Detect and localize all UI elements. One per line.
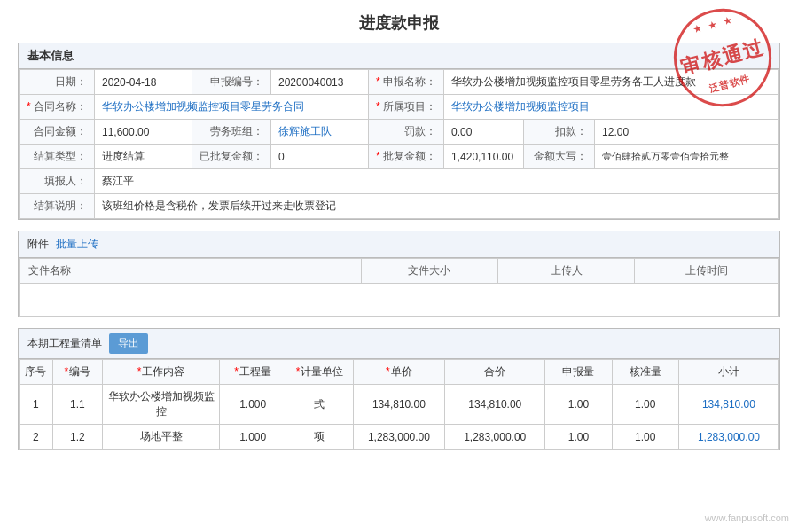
penalty-value: 0.00 bbox=[444, 120, 524, 145]
col-amount: *工程量 bbox=[219, 360, 286, 385]
cell-4: 式 bbox=[286, 385, 353, 425]
basic-info-table: 日期： 2020-04-18 申报编号： 20200040013 申报名称： 华… bbox=[19, 69, 779, 219]
table-row: 21.2场地平整1.000项1,283,000.001,283,000.001.… bbox=[20, 425, 779, 450]
cell-9: 1,283,000.00 bbox=[678, 425, 778, 450]
cell-6: 134,810.00 bbox=[445, 385, 545, 425]
cell-7: 1.00 bbox=[545, 385, 612, 425]
contract-label: 合同名称： bbox=[20, 95, 95, 120]
attach-header: 附件 批量上传 bbox=[19, 231, 779, 258]
attach-label: 附件 bbox=[27, 237, 49, 252]
batch-amount-value: 1,420,110.00 bbox=[444, 145, 524, 169]
engineering-table: 序号 *编号 *工作内容 *工程量 *计量单位 *单价 合价 申报量 核准量 小… bbox=[19, 359, 779, 450]
app-no-label: 申报编号： bbox=[192, 70, 271, 95]
table-row: 11.1华软办公楼增加视频监控1.000式134,810.00134,810.0… bbox=[20, 385, 779, 425]
table-row: 合同名称： 华软办公楼增加视频监控项目零星劳务合同 所属项目： 华软办公楼增加视… bbox=[20, 95, 779, 120]
col-uploader: 上传人 bbox=[497, 259, 634, 284]
table-row: 结算类型： 进度结算 已批复金额： 0 批复金额： 1,420,110.00 金… bbox=[20, 145, 779, 169]
stamp-circle: 审核通过 bbox=[663, 0, 783, 117]
cell-9: 134,810.00 bbox=[678, 385, 778, 425]
basic-info-section: 基本信息 日期： 2020-04-18 申报编号： 20200040013 申报… bbox=[18, 43, 780, 220]
col-approved: 核准量 bbox=[612, 360, 678, 385]
project-label: 所属项目： bbox=[369, 95, 444, 120]
attach-header-row: 文件名称 文件大小 上传人 上传时间 bbox=[20, 259, 779, 284]
table-row: 合同金额： 11,600.00 劳务班组： 徐辉施工队 罚款： 0.00 扣款：… bbox=[20, 120, 779, 145]
app-no-value: 20200040013 bbox=[271, 70, 369, 95]
approved-amount-label: 已批复金额： bbox=[192, 145, 271, 169]
eng-header: 本期工程量清单 导出 bbox=[19, 329, 779, 359]
cell-2: 华软办公楼增加视频监控 bbox=[103, 385, 220, 425]
cell-1: 1.2 bbox=[52, 425, 102, 450]
penalty-label: 罚款： bbox=[369, 120, 444, 145]
cell-3: 1.000 bbox=[219, 425, 286, 450]
filler-label: 填报人： bbox=[20, 169, 95, 194]
col-unit-price: *单价 bbox=[353, 360, 445, 385]
cell-0: 1 bbox=[20, 385, 53, 425]
attach-table: 文件名称 文件大小 上传人 上传时间 bbox=[19, 258, 779, 317]
remark-label: 结算说明： bbox=[20, 194, 95, 219]
watermark: www.fanpusoft.com bbox=[705, 512, 789, 523]
col-seq: 序号 bbox=[20, 360, 53, 385]
col-filename: 文件名称 bbox=[20, 259, 362, 284]
col-upload-time: 上传时间 bbox=[635, 259, 779, 284]
labor-group-link[interactable]: 徐辉施工队 bbox=[278, 125, 332, 137]
cell-3: 1.000 bbox=[219, 385, 286, 425]
date-label: 日期： bbox=[20, 70, 95, 95]
filler-value: 蔡江平 bbox=[95, 169, 779, 194]
cell-4: 项 bbox=[286, 425, 353, 450]
settle-type-label: 结算类型： bbox=[20, 145, 95, 169]
amount-cn-label: 金额大写： bbox=[524, 145, 595, 169]
labor-group-value: 徐辉施工队 bbox=[271, 120, 369, 145]
cell-5: 1,283,000.00 bbox=[353, 425, 445, 450]
approved-amount-value: 0 bbox=[271, 145, 369, 169]
col-subtotal: 小计 bbox=[678, 360, 778, 385]
contract-amount-label: 合同金额： bbox=[20, 120, 95, 145]
app-name-label: 申报名称： bbox=[369, 70, 444, 95]
basic-info-header: 基本信息 bbox=[19, 43, 779, 69]
cell-8: 1.00 bbox=[612, 425, 678, 450]
labor-group-label: 劳务班组： bbox=[192, 120, 271, 145]
col-code: *编号 bbox=[52, 360, 102, 385]
cell-1: 1.1 bbox=[52, 385, 102, 425]
col-unit: *计量单位 bbox=[286, 360, 353, 385]
contract-value: 华软办公楼增加视频监控项目零星劳务合同 bbox=[95, 95, 369, 120]
contract-link[interactable]: 华软办公楼增加视频监控项目零星劳务合同 bbox=[102, 100, 304, 113]
col-content: *工作内容 bbox=[103, 360, 220, 385]
deduction-label: 扣款： bbox=[524, 120, 595, 145]
date-value: 2020-04-18 bbox=[95, 70, 192, 95]
project-link[interactable]: 华软办公楼增加视频监控项目 bbox=[451, 100, 590, 113]
cell-6: 1,283,000.00 bbox=[445, 425, 545, 450]
cell-0: 2 bbox=[20, 425, 53, 450]
table-row: 填报人： 蔡江平 bbox=[20, 169, 779, 194]
stamp-text: 审核通过 bbox=[678, 34, 767, 82]
contract-amount-value: 11,600.00 bbox=[95, 120, 192, 145]
batch-upload-button[interactable]: 批量上传 bbox=[56, 237, 98, 252]
amount-cn-value: 壹佰肆拾贰万零壹佰壹拾元整 bbox=[595, 145, 779, 169]
remark-value: 该班组价格是含税价，发票后续开过来走收票登记 bbox=[95, 194, 779, 219]
batch-amount-label: 批复金额： bbox=[369, 145, 444, 169]
col-total-price: 合价 bbox=[445, 360, 545, 385]
col-filesize: 文件大小 bbox=[361, 259, 497, 284]
engineering-section: 本期工程量清单 导出 序号 *编号 *工作内容 *工程量 *计量单位 *单价 合… bbox=[18, 328, 780, 450]
cell-5: 134,810.00 bbox=[353, 385, 445, 425]
eng-header-row: 序号 *编号 *工作内容 *工程量 *计量单位 *单价 合价 申报量 核准量 小… bbox=[20, 360, 779, 385]
eng-label: 本期工程量清单 bbox=[27, 336, 102, 351]
settle-type-value: 进度结算 bbox=[95, 145, 192, 169]
col-declared: 申报量 bbox=[545, 360, 612, 385]
deduction-value: 12.00 bbox=[595, 120, 779, 145]
table-row: 日期： 2020-04-18 申报编号： 20200040013 申报名称： 华… bbox=[20, 70, 779, 95]
approval-stamp: 审核通过 bbox=[674, 9, 771, 106]
cell-8: 1.00 bbox=[612, 385, 678, 425]
attachment-section: 附件 批量上传 文件名称 文件大小 上传人 上传时间 bbox=[18, 231, 780, 317]
cell-7: 1.00 bbox=[545, 425, 612, 450]
table-row: 结算说明： 该班组价格是含税价，发票后续开过来走收票登记 bbox=[20, 194, 779, 219]
attach-empty-row bbox=[20, 284, 779, 317]
cell-2: 场地平整 bbox=[103, 425, 220, 450]
export-button[interactable]: 导出 bbox=[109, 333, 148, 354]
